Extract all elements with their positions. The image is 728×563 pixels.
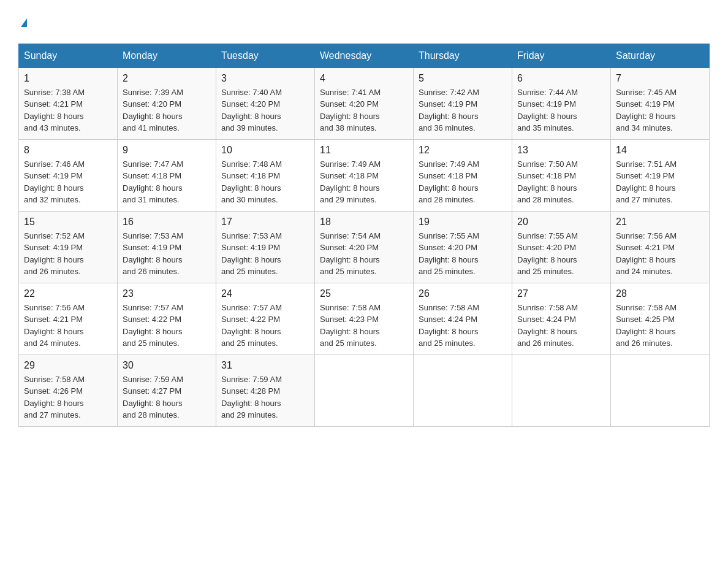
week-row-3: 15 Sunrise: 7:52 AM Sunset: 4:19 PM Dayl… xyxy=(19,211,710,283)
day-info: Sunrise: 7:50 AM Sunset: 4:18 PM Dayligh… xyxy=(517,158,605,206)
day-info: Sunrise: 7:54 AM Sunset: 4:20 PM Dayligh… xyxy=(320,230,408,278)
day-number: 25 xyxy=(320,288,408,299)
day-number: 24 xyxy=(221,288,309,299)
day-info: Sunrise: 7:53 AM Sunset: 4:19 PM Dayligh… xyxy=(123,230,211,278)
day-number: 8 xyxy=(24,145,112,156)
day-cell: 14 Sunrise: 7:51 AM Sunset: 4:19 PM Dayl… xyxy=(611,139,710,211)
day-info: Sunrise: 7:57 AM Sunset: 4:22 PM Dayligh… xyxy=(123,302,211,350)
day-info: Sunrise: 7:49 AM Sunset: 4:18 PM Dayligh… xyxy=(419,158,507,206)
day-cell: 31 Sunrise: 7:59 AM Sunset: 4:28 PM Dayl… xyxy=(216,354,315,426)
day-cell: 28 Sunrise: 7:58 AM Sunset: 4:25 PM Dayl… xyxy=(611,283,710,354)
day-cell: 1 Sunrise: 7:38 AM Sunset: 4:21 PM Dayli… xyxy=(19,67,118,139)
day-info: Sunrise: 7:56 AM Sunset: 4:21 PM Dayligh… xyxy=(24,302,112,350)
day-info: Sunrise: 7:41 AM Sunset: 4:20 PM Dayligh… xyxy=(320,86,408,134)
day-cell: 3 Sunrise: 7:40 AM Sunset: 4:20 PM Dayli… xyxy=(216,67,315,139)
day-info: Sunrise: 7:58 AM Sunset: 4:26 PM Dayligh… xyxy=(24,373,112,421)
day-number: 28 xyxy=(616,288,704,299)
header-monday: Monday xyxy=(118,44,216,67)
day-info: Sunrise: 7:45 AM Sunset: 4:19 PM Dayligh… xyxy=(616,86,704,134)
day-cell: 12 Sunrise: 7:49 AM Sunset: 4:18 PM Dayl… xyxy=(414,139,512,211)
day-cell: 21 Sunrise: 7:56 AM Sunset: 4:21 PM Dayl… xyxy=(611,211,710,283)
day-cell xyxy=(315,354,414,426)
day-info: Sunrise: 7:59 AM Sunset: 4:27 PM Dayligh… xyxy=(123,373,211,421)
day-number: 21 xyxy=(616,216,704,228)
day-info: Sunrise: 7:51 AM Sunset: 4:19 PM Dayligh… xyxy=(616,158,704,206)
day-cell: 13 Sunrise: 7:50 AM Sunset: 4:18 PM Dayl… xyxy=(512,139,611,211)
day-number: 22 xyxy=(24,288,112,299)
day-info: Sunrise: 7:44 AM Sunset: 4:19 PM Dayligh… xyxy=(517,86,605,134)
day-cell: 27 Sunrise: 7:58 AM Sunset: 4:24 PM Dayl… xyxy=(512,283,611,354)
week-row-5: 29 Sunrise: 7:58 AM Sunset: 4:26 PM Dayl… xyxy=(19,354,710,426)
calendar-header-row: SundayMondayTuesdayWednesdayThursdayFrid… xyxy=(19,44,710,67)
day-info: Sunrise: 7:59 AM Sunset: 4:28 PM Dayligh… xyxy=(221,373,309,421)
day-info: Sunrise: 7:52 AM Sunset: 4:19 PM Dayligh… xyxy=(24,230,112,278)
day-number: 1 xyxy=(24,73,112,84)
day-cell: 9 Sunrise: 7:47 AM Sunset: 4:18 PM Dayli… xyxy=(118,139,216,211)
day-cell: 7 Sunrise: 7:45 AM Sunset: 4:19 PM Dayli… xyxy=(611,67,710,139)
day-info: Sunrise: 7:58 AM Sunset: 4:24 PM Dayligh… xyxy=(419,302,507,350)
day-number: 30 xyxy=(123,360,211,371)
header-wednesday: Wednesday xyxy=(315,44,414,67)
day-number: 23 xyxy=(123,288,211,299)
day-number: 12 xyxy=(419,145,507,156)
week-row-2: 8 Sunrise: 7:46 AM Sunset: 4:19 PM Dayli… xyxy=(19,139,710,211)
day-info: Sunrise: 7:39 AM Sunset: 4:20 PM Dayligh… xyxy=(123,86,211,134)
day-cell: 19 Sunrise: 7:55 AM Sunset: 4:20 PM Dayl… xyxy=(414,211,512,283)
day-info: Sunrise: 7:56 AM Sunset: 4:21 PM Dayligh… xyxy=(616,230,704,278)
header-tuesday: Tuesday xyxy=(216,44,315,67)
logo-triangle-icon xyxy=(21,18,27,27)
header-thursday: Thursday xyxy=(414,44,512,67)
day-number: 11 xyxy=(320,145,408,156)
day-number: 19 xyxy=(419,216,507,228)
day-number: 20 xyxy=(517,216,605,228)
day-number: 10 xyxy=(221,145,309,156)
day-info: Sunrise: 7:49 AM Sunset: 4:18 PM Dayligh… xyxy=(320,158,408,206)
day-cell: 15 Sunrise: 7:52 AM Sunset: 4:19 PM Dayl… xyxy=(19,211,118,283)
day-info: Sunrise: 7:38 AM Sunset: 4:21 PM Dayligh… xyxy=(24,86,112,134)
day-cell: 4 Sunrise: 7:41 AM Sunset: 4:20 PM Dayli… xyxy=(315,67,414,139)
day-number: 14 xyxy=(616,145,704,156)
day-info: Sunrise: 7:40 AM Sunset: 4:20 PM Dayligh… xyxy=(221,86,309,134)
day-cell: 18 Sunrise: 7:54 AM Sunset: 4:20 PM Dayl… xyxy=(315,211,414,283)
header-sunday: Sunday xyxy=(19,44,118,67)
day-number: 26 xyxy=(419,288,507,299)
page-header xyxy=(18,12,710,31)
day-number: 9 xyxy=(123,145,211,156)
logo xyxy=(18,12,27,31)
day-cell: 24 Sunrise: 7:57 AM Sunset: 4:22 PM Dayl… xyxy=(216,283,315,354)
day-number: 17 xyxy=(221,216,309,228)
day-info: Sunrise: 7:55 AM Sunset: 4:20 PM Dayligh… xyxy=(419,230,507,278)
day-cell: 20 Sunrise: 7:55 AM Sunset: 4:20 PM Dayl… xyxy=(512,211,611,283)
day-number: 2 xyxy=(123,73,211,84)
header-saturday: Saturday xyxy=(611,44,710,67)
day-number: 3 xyxy=(221,73,309,84)
day-cell: 8 Sunrise: 7:46 AM Sunset: 4:19 PM Dayli… xyxy=(19,139,118,211)
day-info: Sunrise: 7:42 AM Sunset: 4:19 PM Dayligh… xyxy=(419,86,507,134)
day-cell: 30 Sunrise: 7:59 AM Sunset: 4:27 PM Dayl… xyxy=(118,354,216,426)
day-number: 13 xyxy=(517,145,605,156)
day-info: Sunrise: 7:47 AM Sunset: 4:18 PM Dayligh… xyxy=(123,158,211,206)
day-info: Sunrise: 7:58 AM Sunset: 4:24 PM Dayligh… xyxy=(517,302,605,350)
day-number: 15 xyxy=(24,216,112,228)
day-cell: 6 Sunrise: 7:44 AM Sunset: 4:19 PM Dayli… xyxy=(512,67,611,139)
day-number: 31 xyxy=(221,360,309,371)
day-cell: 22 Sunrise: 7:56 AM Sunset: 4:21 PM Dayl… xyxy=(19,283,118,354)
day-info: Sunrise: 7:58 AM Sunset: 4:25 PM Dayligh… xyxy=(616,302,704,350)
week-row-1: 1 Sunrise: 7:38 AM Sunset: 4:21 PM Dayli… xyxy=(19,67,710,139)
day-cell: 17 Sunrise: 7:53 AM Sunset: 4:19 PM Dayl… xyxy=(216,211,315,283)
day-number: 6 xyxy=(517,73,605,84)
calendar-table: SundayMondayTuesdayWednesdayThursdayFrid… xyxy=(18,44,710,427)
day-cell: 11 Sunrise: 7:49 AM Sunset: 4:18 PM Dayl… xyxy=(315,139,414,211)
day-number: 16 xyxy=(123,216,211,228)
day-cell: 26 Sunrise: 7:58 AM Sunset: 4:24 PM Dayl… xyxy=(414,283,512,354)
day-info: Sunrise: 7:46 AM Sunset: 4:19 PM Dayligh… xyxy=(24,158,112,206)
day-cell: 16 Sunrise: 7:53 AM Sunset: 4:19 PM Dayl… xyxy=(118,211,216,283)
day-number: 29 xyxy=(24,360,112,371)
day-info: Sunrise: 7:58 AM Sunset: 4:23 PM Dayligh… xyxy=(320,302,408,350)
day-number: 5 xyxy=(419,73,507,84)
day-cell: 5 Sunrise: 7:42 AM Sunset: 4:19 PM Dayli… xyxy=(414,67,512,139)
day-cell xyxy=(414,354,512,426)
day-cell: 2 Sunrise: 7:39 AM Sunset: 4:20 PM Dayli… xyxy=(118,67,216,139)
day-info: Sunrise: 7:53 AM Sunset: 4:19 PM Dayligh… xyxy=(221,230,309,278)
day-cell: 29 Sunrise: 7:58 AM Sunset: 4:26 PM Dayl… xyxy=(19,354,118,426)
